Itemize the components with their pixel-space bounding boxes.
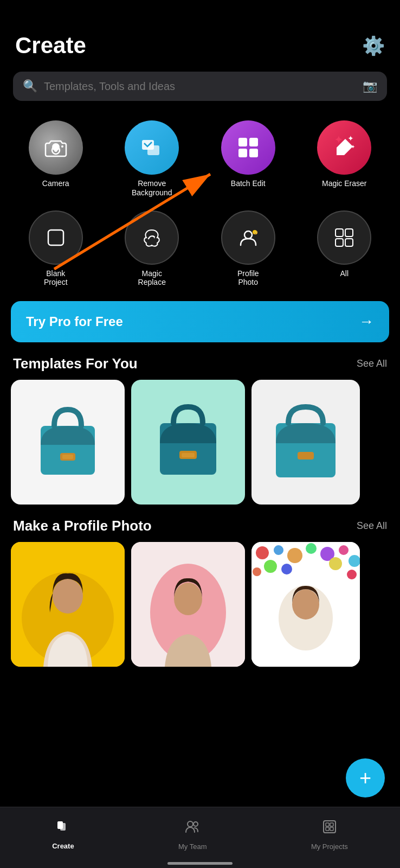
create-icon — [55, 819, 71, 839]
templates-section-title: Templates For You — [13, 355, 138, 372]
fab-plus-icon: + — [359, 767, 371, 790]
search-input[interactable] — [44, 80, 356, 93]
tool-batch-edit[interactable]: Batch Edit — [201, 116, 295, 202]
svg-point-0 — [61, 145, 63, 148]
nav-label-create: Create — [52, 842, 74, 850]
tool-circle-remove-bg — [125, 120, 179, 175]
svg-rect-18 — [345, 229, 353, 237]
profile-cards-row — [0, 542, 400, 667]
my-projects-icon — [321, 818, 338, 839]
tool-circle-magic-eraser: ✦ ✦ ✦ — [317, 120, 371, 175]
tool-label-batch-edit: Batch Edit — [231, 179, 266, 188]
tool-magic-eraser[interactable]: ✦ ✦ ✦ Magic Eraser — [298, 116, 392, 202]
svg-rect-6 — [249, 138, 258, 146]
svg-rect-53 — [60, 823, 66, 831]
svg-point-44 — [349, 555, 360, 567]
svg-point-40 — [287, 548, 302, 563]
tool-circle-camera — [29, 120, 83, 175]
svg-point-33 — [53, 579, 83, 614]
svg-point-49 — [347, 570, 357, 579]
try-pro-arrow-icon: → — [359, 313, 374, 330]
nav-create[interactable]: Create — [39, 816, 87, 852]
svg-rect-13 — [48, 230, 63, 245]
tool-blank-project[interactable]: BlankProject — [9, 206, 103, 292]
svg-rect-30 — [298, 452, 314, 459]
svg-point-55 — [193, 822, 198, 826]
profile-see-all[interactable]: See All — [357, 520, 387, 532]
svg-point-41 — [306, 543, 317, 554]
tool-label-remove-bg: RemoveBackground — [132, 179, 172, 197]
svg-rect-28 — [182, 453, 195, 457]
svg-rect-25 — [62, 455, 73, 459]
profile-card-2[interactable] — [131, 542, 245, 667]
fab-spacer: + — [0, 667, 400, 710]
search-bar[interactable]: 🔍 📷 — [13, 72, 387, 101]
svg-rect-57 — [326, 823, 329, 826]
header: Create ⚙️ — [0, 0, 400, 67]
svg-rect-20 — [345, 239, 353, 246]
nav-my-team[interactable]: My Team — [165, 816, 220, 853]
search-icon: 🔍 — [23, 79, 37, 93]
tool-label-all: All — [340, 269, 349, 278]
svg-text:✦: ✦ — [334, 135, 343, 145]
fab-button[interactable]: + — [346, 758, 385, 797]
profile-card-1[interactable] — [11, 542, 125, 667]
bottom-nav: Create My Team My Projects — [0, 807, 400, 868]
svg-point-51 — [292, 589, 319, 620]
tool-circle-batch — [221, 120, 275, 175]
tool-label-magic-eraser: Magic Eraser — [322, 179, 366, 188]
templates-section-header: Templates For You See All — [0, 342, 400, 380]
svg-point-14 — [244, 231, 252, 239]
svg-point-38 — [256, 546, 269, 559]
tools-grid: Camera RemoveBackground — [0, 112, 400, 291]
tool-circle-profile: 😊 — [221, 210, 275, 265]
svg-point-36 — [174, 583, 202, 615]
tool-circle-magic-replace — [125, 210, 179, 265]
templates-see-all[interactable]: See All — [357, 358, 387, 369]
profile-section-header: Make a Profile Photo See All — [0, 505, 400, 542]
svg-rect-4 — [147, 145, 159, 155]
svg-point-47 — [281, 564, 292, 575]
page-title: Create — [15, 33, 86, 59]
svg-rect-59 — [326, 827, 329, 831]
home-indicator — [167, 862, 233, 865]
try-pro-banner[interactable]: Try Pro for Free → — [11, 301, 389, 342]
gear-icon[interactable]: ⚙️ — [362, 35, 385, 56]
svg-rect-7 — [238, 149, 247, 157]
svg-point-46 — [264, 560, 277, 573]
tool-profile-photo[interactable]: 😊 ProfilePhoto — [201, 206, 295, 292]
template-card-3[interactable] — [251, 380, 360, 505]
svg-rect-58 — [330, 823, 333, 826]
tool-all[interactable]: All — [298, 206, 392, 292]
svg-point-2 — [54, 149, 57, 152]
svg-point-43 — [339, 545, 349, 555]
svg-rect-60 — [330, 827, 333, 831]
svg-rect-17 — [336, 229, 343, 237]
svg-point-48 — [329, 557, 342, 570]
svg-point-45 — [253, 567, 261, 576]
nav-label-my-team: My Team — [178, 843, 207, 851]
svg-rect-8 — [249, 149, 258, 157]
camera-search-icon[interactable]: 📷 — [363, 79, 377, 93]
svg-rect-56 — [324, 821, 336, 833]
tool-remove-bg[interactable]: RemoveBackground — [105, 116, 199, 202]
templates-cards-row — [0, 380, 400, 505]
svg-text:😊: 😊 — [253, 230, 258, 235]
nav-my-projects[interactable]: My Projects — [298, 816, 361, 853]
svg-text:✦: ✦ — [351, 144, 355, 150]
tool-magic-replace[interactable]: MagicReplace — [105, 206, 199, 292]
svg-rect-19 — [336, 239, 343, 246]
profile-section-title: Make a Profile Photo — [13, 518, 152, 534]
tool-label-blank-project: BlankProject — [44, 269, 68, 288]
nav-label-my-projects: My Projects — [311, 843, 348, 851]
tool-label-magic-replace: MagicReplace — [138, 269, 166, 288]
svg-text:✦: ✦ — [347, 134, 354, 143]
tools-wrapper: Camera RemoveBackground — [0, 112, 400, 291]
tool-circle-blank — [29, 210, 83, 265]
template-card-1[interactable] — [11, 380, 125, 505]
tool-label-profile-photo: ProfilePhoto — [237, 269, 259, 288]
profile-card-3[interactable] — [251, 542, 360, 667]
template-card-2[interactable] — [131, 380, 245, 505]
svg-point-39 — [274, 545, 283, 555]
tool-camera[interactable]: Camera — [9, 116, 103, 202]
